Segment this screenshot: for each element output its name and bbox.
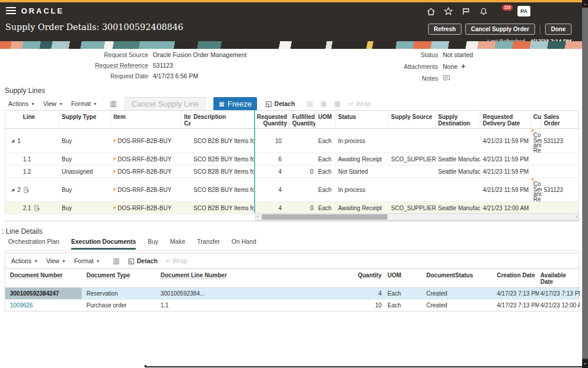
expand-icon[interactable]: ◢ bbox=[11, 187, 14, 192]
notes-label: Notes bbox=[365, 75, 438, 82]
wrap-button: ↵Wrap bbox=[166, 257, 188, 264]
attachments-value: None bbox=[443, 63, 457, 70]
home-icon[interactable] bbox=[426, 7, 435, 15]
actions-menu[interactable]: Actions▼ bbox=[8, 100, 35, 107]
view-menu[interactable]: View▼ bbox=[43, 100, 63, 107]
column-header[interactable]: Sales Order bbox=[542, 111, 579, 128]
request-date-value: 4/17/23 6:56 PM bbox=[153, 72, 246, 79]
refresh-button[interactable]: Refresh bbox=[428, 24, 462, 35]
column-header[interactable]: Available Date bbox=[539, 269, 580, 287]
column-header[interactable]: Supply Source bbox=[389, 111, 436, 128]
column-header[interactable]: Requested Quantity bbox=[255, 111, 290, 128]
view-menu[interactable]: View▼ bbox=[46, 257, 66, 264]
notifications-bell-icon[interactable] bbox=[479, 7, 488, 15]
scroll-right-icon[interactable]: › bbox=[576, 214, 577, 220]
bottom-edge-line bbox=[145, 366, 582, 367]
hamburger-menu-icon[interactable] bbox=[6, 7, 16, 14]
table-row[interactable]: 1.2 Unassigned DOS-RRF-B2B-BUY SCO B2B B… bbox=[5, 165, 579, 178]
cancel-supply-order-button[interactable]: Cancel Supply Order bbox=[465, 24, 535, 35]
detach-icon: ◱ bbox=[128, 257, 134, 265]
edited-flag-icon bbox=[113, 140, 116, 142]
oracle-logo: ORACLE bbox=[21, 6, 64, 15]
table-row[interactable]: ◢2 Buy DOS-RRF-B2B-BUY SCO B2B BUY Items… bbox=[5, 178, 579, 202]
edited-flag-icon bbox=[532, 130, 534, 132]
document-icon[interactable] bbox=[24, 187, 29, 193]
table-row[interactable]: 300100592384247 Reservation 300100592384… bbox=[5, 288, 579, 300]
actions-menu[interactable]: Actions▼ bbox=[11, 257, 38, 264]
edited-flag-icon bbox=[532, 178, 534, 181]
tab-on-hand[interactable]: On Hand bbox=[232, 238, 256, 250]
execution-documents-toolbar: Actions▼ View▼ Format▼ ▥ ◱Detach ↵Wrap bbox=[5, 253, 579, 268]
table-row[interactable]: ◢1 Buy DOS-RRF-B2B-BUY SCO B2B BUY Items… bbox=[5, 129, 579, 153]
column-header[interactable]: Item bbox=[111, 111, 182, 128]
tab-make[interactable]: Make bbox=[170, 238, 185, 250]
notification-badge: 115 bbox=[502, 5, 513, 11]
vertical-scrollbar-thumb[interactable] bbox=[582, 8, 588, 359]
avatar[interactable]: PA bbox=[517, 6, 530, 16]
table-row[interactable]: 2.1 Buy DOS-RRF-B2B-BUY SCO B2B BUY Item… bbox=[5, 202, 579, 214]
done-button[interactable]: Done bbox=[545, 24, 572, 35]
column-header[interactable]: Document Type bbox=[82, 269, 156, 287]
supply-lines-table: Line Supply Type Item Item Cat Descripti… bbox=[5, 110, 579, 214]
tab-orchestration-plan[interactable]: Orchestration Plan bbox=[8, 238, 59, 250]
wrap-button: ↵Wrap bbox=[349, 100, 371, 107]
column-header[interactable]: Item Cat bbox=[182, 111, 191, 128]
column-header[interactable]: Requested Delivery Date bbox=[480, 111, 531, 128]
column-header[interactable]: UOM bbox=[316, 111, 336, 128]
wrap-icon: ↵ bbox=[349, 100, 355, 107]
vertical-scrollbar[interactable]: ▲ ▼ bbox=[582, 0, 588, 368]
execution-documents-panel: Actions▼ View▼ Format▼ ▥ ◱Detach ↵Wrap D… bbox=[5, 253, 579, 311]
scroll-up-icon[interactable]: ▲ bbox=[582, 0, 588, 8]
purchase-order-link[interactable]: 1009626 bbox=[10, 302, 33, 309]
page-title: Supply Order Details: 300100592408846 bbox=[5, 22, 183, 32]
column-header[interactable]: Supply Destination bbox=[436, 111, 480, 128]
freeze-button[interactable]: ▦Freeze bbox=[213, 97, 257, 111]
add-attachment-icon[interactable]: + bbox=[461, 64, 466, 69]
column-header[interactable]: Status bbox=[336, 111, 389, 128]
line-details-title: : Line Details bbox=[2, 227, 42, 236]
column-header[interactable]: Cu bbox=[531, 111, 542, 128]
table-row[interactable]: 1.1 Buy DOS-RRF-B2B-BUY SCO B2B BUY Item… bbox=[5, 153, 579, 165]
edited-flag-icon bbox=[113, 207, 116, 210]
edited-flag-icon bbox=[113, 158, 116, 161]
column-header[interactable]: Document Number bbox=[5, 269, 82, 287]
column-header[interactable]: Description bbox=[191, 111, 255, 128]
query-by-example-icon[interactable]: ▥ bbox=[113, 257, 119, 265]
format-menu[interactable]: Format▼ bbox=[74, 257, 100, 264]
detach-button[interactable]: ◱Detach bbox=[265, 100, 295, 108]
request-reference-value: 531123 bbox=[153, 62, 246, 69]
column-header[interactable]: DocumentStatus bbox=[413, 269, 485, 287]
column-header[interactable]: UOM bbox=[383, 269, 413, 287]
go-to-top-icon: ▤ bbox=[307, 100, 313, 108]
detach-button[interactable]: ◱Detach bbox=[128, 257, 157, 265]
status-value: Not started bbox=[443, 51, 473, 58]
query-by-example-icon[interactable]: ▥ bbox=[110, 100, 116, 108]
notes-icon[interactable] bbox=[443, 75, 450, 82]
column-header[interactable]: Creation Date bbox=[485, 269, 539, 287]
table-row[interactable]: 1009626 Purchase order 1.1 10 Each Creat… bbox=[5, 300, 579, 311]
column-header[interactable]: Supply Type bbox=[59, 111, 111, 128]
expand-icon[interactable]: ◢ bbox=[11, 138, 14, 143]
scroll-down-icon[interactable]: ▼ bbox=[582, 360, 588, 368]
request-source-value: Oracle Fusion Order Management bbox=[153, 51, 246, 58]
tab-buy[interactable]: Buy bbox=[148, 238, 158, 250]
document-icon[interactable] bbox=[34, 205, 40, 211]
favorites-star-icon[interactable] bbox=[444, 7, 453, 15]
format-menu[interactable]: Format▼ bbox=[71, 100, 97, 107]
tab-transfer[interactable]: Transfer bbox=[197, 238, 220, 250]
column-header[interactable]: Fulfilled Quantity bbox=[290, 111, 316, 128]
flag-icon[interactable] bbox=[462, 7, 470, 15]
horizontal-scrollbar[interactable]: ‹ › bbox=[255, 213, 579, 221]
column-header[interactable]: Document Line Number bbox=[156, 269, 250, 287]
tabs-divider bbox=[5, 250, 579, 251]
tab-execution-documents[interactable]: Execution Documents bbox=[71, 238, 136, 250]
column-header[interactable]: Quantity bbox=[250, 269, 383, 287]
line-details-tabs: Orchestration Plan Execution Documents B… bbox=[8, 238, 256, 250]
button-divider bbox=[540, 25, 540, 34]
request-reference-label: Request Reference bbox=[35, 62, 148, 69]
column-header[interactable]: Line bbox=[5, 111, 59, 128]
request-date-label: Request Date bbox=[35, 72, 148, 79]
horizontal-scrollbar-thumb[interactable] bbox=[262, 214, 387, 220]
attachments-label: Attachments bbox=[365, 63, 438, 70]
scroll-left-icon[interactable]: ‹ bbox=[257, 214, 259, 220]
